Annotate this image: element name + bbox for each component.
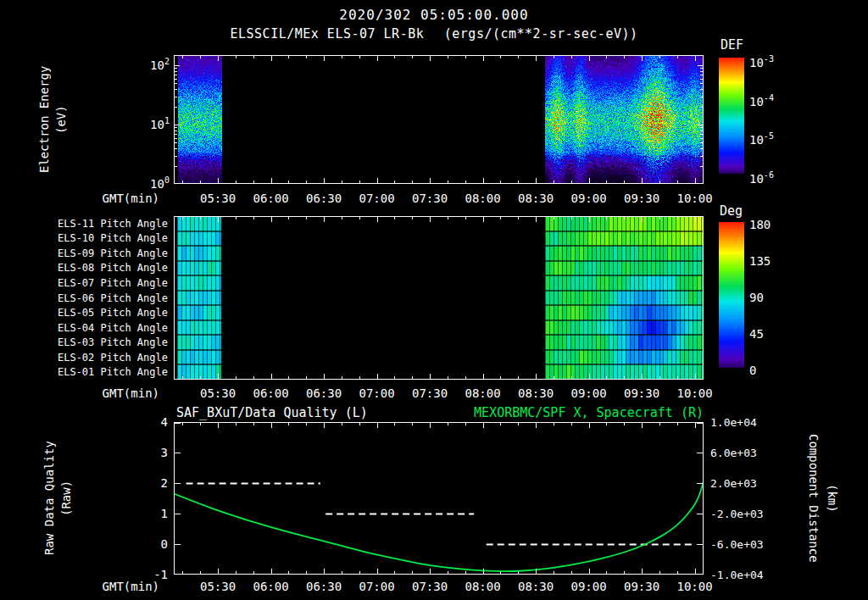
time-tick-label: 07:00 bbox=[350, 386, 404, 400]
pitch-row-label: ELS-10 Pitch Angle bbox=[49, 232, 168, 244]
time-tick-label: 10:00 bbox=[668, 580, 722, 593]
time-tick-label: 09:00 bbox=[562, 386, 616, 400]
time-tick-label: 09:30 bbox=[615, 386, 669, 400]
time-tick-label: 10:00 bbox=[668, 192, 722, 205]
electron-spectrogram bbox=[174, 55, 704, 184]
time-tick-label: 05:30 bbox=[191, 386, 245, 400]
time-tick-label: 06:00 bbox=[244, 580, 298, 593]
time-tick-label: 09:00 bbox=[562, 580, 616, 593]
panel3-right-title: MEXORBMC/SPF X, Spacecraft (R) bbox=[381, 405, 704, 420]
panel3-right-tick-label: 1.0e+04 bbox=[710, 416, 787, 429]
time-tick-label: 09:00 bbox=[562, 192, 616, 205]
panel3-right-tick-label: -2.0e+03 bbox=[710, 508, 787, 520]
pitch-row-label: ELS-08 Pitch Angle bbox=[49, 262, 168, 274]
time-tick-label: 10:00 bbox=[668, 386, 722, 400]
panel3-right-ylabel-line1: Component Distance bbox=[807, 422, 821, 575]
time-tick-label: 08:30 bbox=[509, 580, 563, 593]
time-tick-label: 05:30 bbox=[191, 192, 245, 205]
panel3-right-ylabel-line2: (km) bbox=[826, 422, 839, 575]
panel3-left-title: SAF_BXuT/Data Quality (L) bbox=[176, 405, 368, 420]
pitch-row-label: ELS-03 Pitch Angle bbox=[49, 336, 168, 348]
time-tick-label: 08:00 bbox=[456, 192, 510, 205]
gmt-axis-label: GMT(min) bbox=[75, 192, 159, 205]
colorbar2-tick-label: 135 bbox=[749, 254, 771, 268]
colorbar2-tick-label: 90 bbox=[749, 291, 764, 304]
panel3-right-tick-label: 6.0e+03 bbox=[710, 447, 787, 459]
time-tick-label: 08:00 bbox=[456, 386, 510, 400]
pitch-row-label: ELS-09 Pitch Angle bbox=[49, 247, 168, 259]
colorbar2-title: Deg bbox=[720, 203, 743, 219]
panel3-right-tick-label: -6.0e+03 bbox=[710, 538, 787, 551]
panel3-left-ylabel-line2: (Raw) bbox=[59, 422, 73, 575]
els-plot-screen: 2020/302 05:05:00.000 ELSSCIL/MEx ELS-07… bbox=[0, 0, 868, 600]
quality-spacecraft-plot bbox=[174, 422, 704, 575]
colorbar2-tick-label: 0 bbox=[749, 364, 756, 377]
panel1-ylabel-line2: (eV) bbox=[54, 55, 68, 184]
panel3-left-ylabel-line1: Raw Data Quality bbox=[42, 422, 56, 575]
gmt-axis-label: GMT(min) bbox=[75, 386, 159, 400]
pitch-row-label: ELS-06 Pitch Angle bbox=[49, 292, 168, 304]
time-tick-label: 07:30 bbox=[403, 192, 457, 205]
time-tick-label: 09:30 bbox=[615, 192, 669, 205]
colorbar2-tick-label: 45 bbox=[749, 327, 764, 341]
gmt-axis-label: GMT(min) bbox=[75, 580, 159, 593]
panel1-ytick-label: 102 bbox=[122, 57, 170, 72]
time-axis-3: GMT(min) 05:3006:0006:3007:0007:3008:000… bbox=[0, 580, 868, 595]
page-title: 2020/302 05:05:00.000 bbox=[0, 7, 868, 23]
colorbar1-tick-label: 10-6 bbox=[749, 170, 774, 186]
time-tick-label: 06:00 bbox=[244, 192, 298, 205]
pitch-row-label: ELS-01 Pitch Angle bbox=[49, 366, 168, 378]
time-tick-label: 08:30 bbox=[509, 192, 563, 205]
time-tick-label: 06:30 bbox=[297, 580, 351, 593]
panel3-right-tick-label: 2.0e+03 bbox=[710, 477, 787, 490]
instrument-label: ELSSCIL/MEx ELS-07 LR-Bk bbox=[230, 26, 424, 42]
time-tick-label: 05:30 bbox=[191, 580, 245, 593]
time-tick-label: 06:30 bbox=[297, 386, 351, 400]
panel1-ytick-label: 101 bbox=[122, 116, 170, 131]
time-tick-label: 07:00 bbox=[350, 192, 404, 205]
colorbar1-tick-label: 10-4 bbox=[749, 93, 774, 108]
pitch-row-label: ELS-04 Pitch Angle bbox=[49, 322, 168, 334]
panel3-left-tick-label: 1 bbox=[120, 507, 168, 520]
time-tick-label: 08:00 bbox=[456, 580, 510, 593]
def-colorbar bbox=[719, 58, 744, 174]
colorbar1-tick-label: 10-5 bbox=[749, 131, 774, 147]
time-axis-2: GMT(min) 05:3006:0006:3007:0007:3008:000… bbox=[0, 386, 868, 402]
panel3-left-tick-label: 2 bbox=[120, 476, 168, 490]
colorbar1-title: DEF bbox=[721, 37, 743, 53]
time-tick-label: 06:00 bbox=[244, 386, 298, 400]
deg-colorbar bbox=[719, 222, 744, 368]
time-tick-label: 09:30 bbox=[615, 580, 669, 593]
time-tick-label: 08:30 bbox=[509, 386, 563, 400]
panel3-left-tick-label: 3 bbox=[120, 446, 168, 459]
time-tick-label: 07:30 bbox=[403, 580, 457, 593]
panel3-left-tick-label: 4 bbox=[120, 415, 168, 429]
colorbar2-tick-label: 180 bbox=[749, 218, 771, 231]
pitch-row-label: ELS-07 Pitch Angle bbox=[49, 277, 168, 289]
units-label: (ergs/(cm**2-sr-sec-eV)) bbox=[444, 26, 638, 42]
time-tick-label: 07:00 bbox=[350, 580, 404, 593]
pitch-row-label: ELS-11 Pitch Angle bbox=[49, 218, 168, 230]
pitch-angle-panel bbox=[174, 216, 704, 380]
time-tick-label: 06:30 bbox=[297, 192, 351, 205]
panel1-ylabel-line1: Electron Energy bbox=[37, 55, 51, 184]
pitch-row-label: ELS-05 Pitch Angle bbox=[49, 307, 168, 319]
colorbar1-tick-label: 10-3 bbox=[749, 54, 774, 69]
panel1-ytick-label: 100 bbox=[122, 175, 170, 191]
time-tick-label: 07:30 bbox=[403, 386, 457, 400]
pitch-row-label: ELS-02 Pitch Angle bbox=[49, 352, 168, 364]
panel3-left-tick-label: 0 bbox=[120, 537, 168, 551]
